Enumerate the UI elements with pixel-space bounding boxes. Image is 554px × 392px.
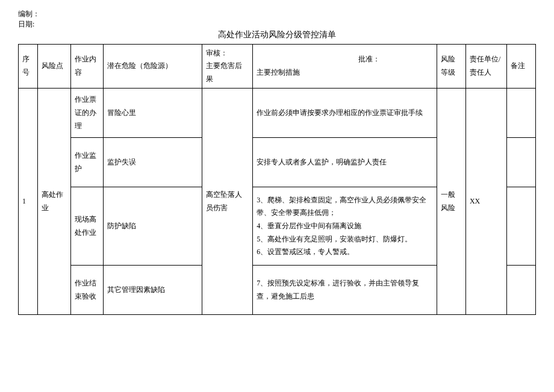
- col-header-level: 风险等级: [437, 44, 465, 89]
- cell-control: 3、爬梯、架排检查固定，高空作业人员必须佩带安全带、安全带要高挂低佣； 4、垂直…: [253, 187, 437, 266]
- approve-label: 批准：: [257, 53, 433, 66]
- doc-title: 高处作业活动风险分级管控清单: [18, 30, 536, 40]
- col-header-danger: 潜在危险（危险源）: [104, 44, 202, 89]
- compile-label: 编制：: [18, 9, 536, 19]
- col-header-control: 批准： 主要控制措施: [253, 44, 437, 89]
- col-header-content: 作业内容: [70, 44, 104, 89]
- col-header-seq: 序号: [19, 44, 38, 89]
- cell-danger: 监护失误: [104, 138, 202, 187]
- table-row: 1 高处作业 作业票证的办理 冒险心里 高空坠落人员伤害 作业前必须申请按要求办…: [19, 89, 536, 138]
- col-header-responsible: 责任单位/责任人: [465, 44, 507, 89]
- cell-seq: 1: [19, 89, 38, 315]
- col-header-hazard: 审核： 主要危害后果: [202, 44, 252, 89]
- cell-danger: 其它管理因素缺陷: [104, 266, 202, 315]
- cell-content: 现场高处作业: [70, 187, 104, 266]
- cell-content: 作业结束验收: [70, 266, 104, 315]
- cell-content: 作业监护: [70, 138, 104, 187]
- cell-remark: [507, 266, 536, 315]
- col-header-risk-point: 风险点: [37, 44, 70, 89]
- cell-control: 7、按照预先设定标准，进行验收，并由主管领导复查，避免施工后患: [253, 266, 437, 315]
- cell-risk-point: 高处作业: [37, 89, 70, 315]
- col-header-remark: 备注: [507, 44, 536, 89]
- cell-hazard: 高空坠落人员伤害: [202, 89, 252, 315]
- cell-danger: 冒险心里: [104, 89, 202, 138]
- cell-control: 作业前必须申请按要求办理相应的作业票证审批手续: [253, 89, 437, 138]
- cell-remark: [507, 138, 536, 187]
- cell-control: 安排专人或者多人监护，明确监护人责任: [253, 138, 437, 187]
- cell-remark: [507, 187, 536, 266]
- cell-responsible: XX: [465, 89, 507, 315]
- cell-danger: 防护缺陷: [104, 187, 202, 266]
- date-label: 日期:: [18, 19, 536, 30]
- table-header-row: 序号 风险点 作业内容 潜在危险（危险源） 审核： 主要危害后果 批准： 主要控…: [19, 44, 536, 89]
- cell-level: 一般风险: [437, 89, 465, 315]
- audit-label: 审核：: [206, 47, 249, 60]
- risk-table: 序号 风险点 作业内容 潜在危险（危险源） 审核： 主要危害后果 批准： 主要控…: [18, 44, 536, 316]
- cell-content: 作业票证的办理: [70, 89, 104, 138]
- cell-remark: [507, 89, 536, 138]
